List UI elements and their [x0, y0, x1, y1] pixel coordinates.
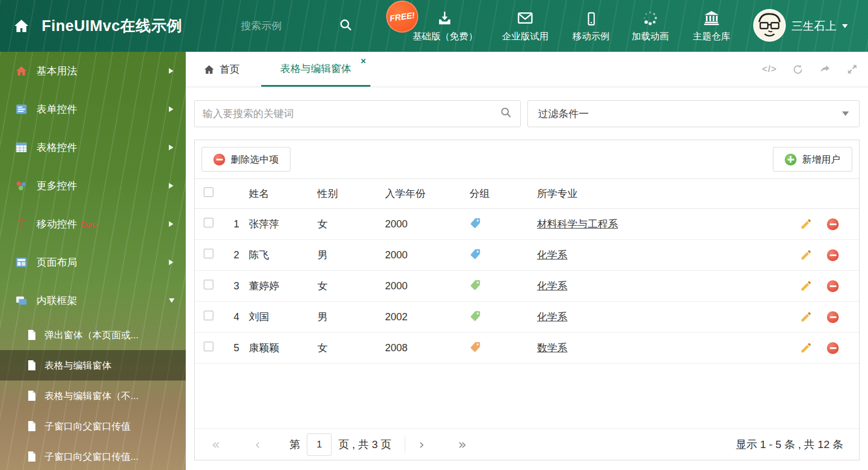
- sidebar-subitem-grid-edit-window[interactable]: 表格与编辑窗体: [0, 350, 186, 381]
- delete-icon[interactable]: [827, 342, 839, 354]
- tag-icon: [469, 310, 481, 321]
- nav-label: 主题仓库: [682, 30, 741, 43]
- view-source-icon[interactable]: </>: [762, 64, 777, 74]
- keyword-search-box: [194, 100, 521, 127]
- tag-icon: [469, 341, 481, 352]
- column-header-year: 入学年份: [385, 179, 469, 209]
- last-page-button[interactable]: »: [458, 438, 467, 451]
- nav-basic-version[interactable]: 基础版（免费）: [413, 7, 477, 43]
- file-icon: [27, 329, 37, 341]
- sidebar-item-grid-controls[interactable]: 表格控件: [0, 128, 186, 167]
- sidebar-item-form-controls[interactable]: 表单控件: [0, 90, 186, 128]
- tab-grid-edit-window[interactable]: 表格与编辑窗体 ×: [261, 52, 370, 87]
- sidebar-item-inline-frame[interactable]: 内联框架: [0, 281, 186, 320]
- select-all-checkbox[interactable]: [204, 187, 213, 197]
- add-user-button[interactable]: 新增用户: [773, 147, 852, 172]
- header-search-input[interactable]: [241, 16, 331, 36]
- sidebar-subitem-popup-window[interactable]: 弹出窗体（本页面或...: [0, 320, 186, 350]
- row-checkbox[interactable]: [204, 249, 213, 258]
- home-icon: [204, 64, 214, 75]
- sidebar-item-page-layout[interactable]: 页面布局: [0, 243, 186, 281]
- table-icon: [15, 141, 28, 154]
- major-link[interactable]: 材料科学与工程系: [537, 218, 618, 230]
- first-page-button[interactable]: «: [212, 438, 220, 451]
- mobile-icon: [563, 7, 619, 26]
- delete-selected-button[interactable]: 删除选中项: [202, 147, 290, 172]
- row-checkbox[interactable]: [204, 311, 213, 320]
- edit-icon[interactable]: [800, 218, 812, 230]
- nav-loading-animations[interactable]: 加载动画: [622, 7, 678, 43]
- tab-utilities: </>: [762, 52, 858, 87]
- edit-icon[interactable]: [800, 342, 812, 354]
- row-checkbox[interactable]: [204, 342, 213, 351]
- bank-icon: [682, 7, 741, 26]
- nav-theme-store[interactable]: 主题仓库: [682, 7, 741, 43]
- search-icon[interactable]: [339, 18, 353, 34]
- sidebar-item-basic-usage[interactable]: 基本用法: [0, 52, 186, 90]
- sidebar-item-more-controls[interactable]: 更多控件: [0, 167, 186, 205]
- major-link[interactable]: 数学系: [537, 342, 567, 353]
- table-row[interactable]: 1 张萍萍 女 2000 材料科学与工程系: [195, 209, 859, 240]
- table-row[interactable]: 4 刘国 男 2002 化学系: [195, 302, 859, 333]
- edit-icon[interactable]: [800, 311, 812, 323]
- refresh-icon[interactable]: [792, 64, 804, 75]
- page-number-input[interactable]: [307, 433, 332, 456]
- nav-mobile-demo[interactable]: 移动示例: [563, 7, 619, 43]
- edit-icon[interactable]: [800, 249, 812, 261]
- tag-icon: [469, 217, 481, 229]
- user-avatar[interactable]: [753, 9, 786, 42]
- tab-home[interactable]: 首页: [204, 52, 240, 87]
- delete-icon[interactable]: [827, 249, 839, 261]
- table-row[interactable]: 5 康颖颖 女 2008 数学系: [195, 333, 859, 364]
- share-icon[interactable]: [819, 64, 831, 75]
- file-icon: [27, 390, 37, 402]
- nav-label: 加载动画: [622, 30, 678, 43]
- sidebar-item-label: 表单控件: [37, 102, 77, 116]
- tab-label: 表格与编辑窗体: [280, 62, 351, 75]
- major-link[interactable]: 化学系: [537, 311, 567, 323]
- next-page-button[interactable]: ›: [419, 438, 424, 451]
- layout-icon: [15, 256, 28, 269]
- prev-page-button[interactable]: ‹: [255, 438, 261, 451]
- chevron-down-icon: [842, 111, 849, 116]
- sidebar-subitem-label: 表格与编辑窗体（不...: [44, 390, 138, 402]
- chevron-right-icon: [169, 183, 173, 189]
- button-label: 新增用户: [802, 153, 840, 166]
- sidebar-subitem-child-to-parent[interactable]: 子窗口向父窗口传值: [0, 411, 186, 441]
- home-icon[interactable]: [14, 18, 29, 36]
- grid-panel: 删除选中项 新增用户 姓名 性别 入学年份 分组 所学专业: [194, 140, 860, 460]
- nav-enterprise-trial[interactable]: 企业版试用: [491, 7, 559, 43]
- expand-icon[interactable]: [847, 64, 858, 75]
- divider: [405, 437, 405, 453]
- filter-dropdown-value: 过滤条件一: [538, 107, 589, 120]
- frames-icon: [15, 294, 28, 307]
- download-icon: [413, 7, 477, 26]
- sidebar-item-label: 更多控件: [37, 179, 77, 193]
- cell-name: 董婷婷: [249, 271, 317, 302]
- major-link[interactable]: 化学系: [537, 280, 567, 292]
- filter-dropdown[interactable]: 过滤条件一: [527, 100, 860, 127]
- row-index: 1: [224, 209, 249, 240]
- file-icon: [27, 360, 37, 371]
- table-row[interactable]: 2 陈飞 男 2000 化学系: [195, 240, 859, 271]
- search-icon[interactable]: [500, 106, 512, 121]
- button-label: 删除选中项: [231, 153, 279, 166]
- nav-label: 移动示例: [563, 30, 619, 43]
- close-icon[interactable]: ×: [361, 57, 366, 66]
- sidebar-subitem-grid-edit-window-2[interactable]: 表格与编辑窗体（不...: [0, 381, 186, 411]
- cell-gender: 女: [317, 271, 385, 302]
- sidebar-item-label: 表格控件: [37, 141, 77, 154]
- delete-icon[interactable]: [827, 311, 839, 323]
- edit-icon[interactable]: [800, 280, 812, 292]
- major-link[interactable]: 化学系: [537, 249, 567, 261]
- user-menu[interactable]: 三生石上: [791, 0, 848, 52]
- delete-icon[interactable]: [827, 280, 839, 292]
- row-checkbox[interactable]: [204, 218, 213, 227]
- table-row[interactable]: 3 董婷婷 女 2000 化学系: [195, 271, 859, 302]
- delete-icon[interactable]: [827, 218, 839, 230]
- sidebar-subitem-child-to-parent-2[interactable]: 子窗口向父窗口传值...: [0, 441, 186, 470]
- column-header-actions: [791, 179, 859, 209]
- sidebar-item-mobile-controls[interactable]: 移动控件 Corp.: [0, 205, 186, 243]
- row-checkbox[interactable]: [204, 280, 213, 289]
- keyword-search-input[interactable]: [203, 108, 500, 120]
